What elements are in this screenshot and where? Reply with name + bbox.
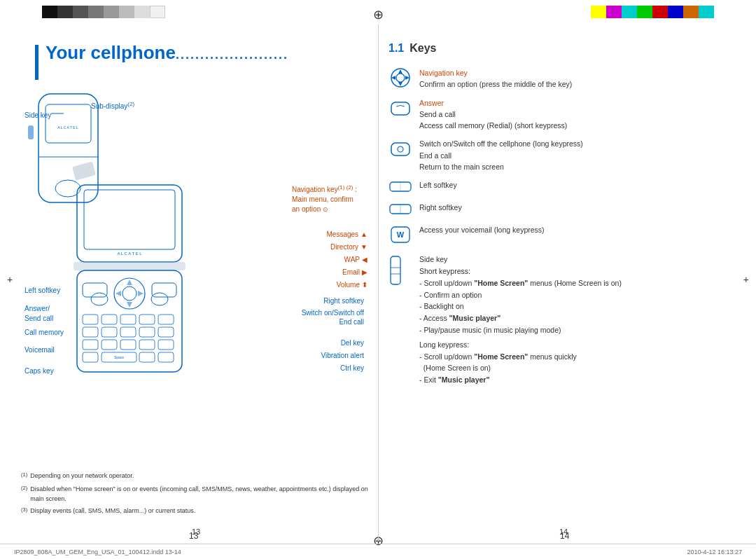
end-call-label: End call <box>339 318 364 326</box>
key-item-side: Side key Short keypress: - Scroll up/dow… <box>388 254 738 386</box>
svg-rect-25 <box>120 315 136 324</box>
pg-13: 13 <box>189 531 198 541</box>
svg-rect-9 <box>84 190 175 249</box>
svg-rect-19 <box>83 283 107 297</box>
color-block-2 <box>57 6 73 18</box>
left-softkey-desc: Left softkey <box>419 179 457 191</box>
email-label: Email ▶ <box>342 268 368 276</box>
svg-rect-29 <box>102 327 117 337</box>
pg-14: 14 <box>560 531 569 541</box>
blue-accent-bar <box>35 45 38 80</box>
svg-rect-35 <box>120 340 136 350</box>
svg-rect-24 <box>102 315 117 324</box>
svg-marker-18 <box>138 291 144 296</box>
reg-mark-top: ⊕ <box>373 7 384 22</box>
color-block-7 <box>134 6 150 18</box>
svg-rect-4 <box>28 125 34 139</box>
side-key-icon <box>388 255 412 288</box>
svg-marker-16 <box>127 302 132 308</box>
svg-rect-40 <box>139 352 155 362</box>
page-title: Your cellphone....................... <box>46 42 288 64</box>
color-block-o <box>683 6 699 18</box>
navigation-key-icon <box>388 67 412 90</box>
color-block-4 <box>88 6 104 18</box>
svg-rect-50 <box>391 143 410 156</box>
right-softkey-icon <box>388 202 412 217</box>
svg-rect-26 <box>139 315 155 324</box>
color-block-m <box>606 6 622 18</box>
svg-rect-41 <box>158 352 174 362</box>
page-divider <box>378 25 379 541</box>
vibration-label: Vibration alert <box>321 352 364 359</box>
wap-label: WAP ◀ <box>344 256 368 263</box>
color-bar-left <box>42 6 165 18</box>
volume-label: Volume ⬍ <box>337 281 368 289</box>
svg-rect-20 <box>152 283 176 297</box>
svg-rect-23 <box>83 315 98 324</box>
color-block-b <box>668 6 683 18</box>
svg-point-22 <box>151 293 168 305</box>
answer-key-icon <box>388 97 412 120</box>
bottom-bar: IP2809_808A_UM_GEM_Eng_USA_01_100412.ind… <box>0 544 756 559</box>
left-softkey-icon <box>388 179 412 195</box>
phone-open-svg: A L C A T E L <box>63 181 217 378</box>
right-softkey-desc: Right softkey <box>419 202 462 213</box>
key-item-navigation: Navigation key Confirm an option (press … <box>388 67 738 90</box>
svg-text:W: W <box>397 230 405 239</box>
svg-rect-1 <box>46 104 91 143</box>
svg-text:Space: Space <box>114 355 124 359</box>
color-block-c <box>622 6 637 18</box>
svg-rect-12 <box>77 270 182 372</box>
ctrl-key-label: Ctrl key <box>340 364 364 372</box>
svg-rect-36 <box>139 340 155 350</box>
svg-rect-27 <box>158 315 174 324</box>
svg-text:A L C A T E L: A L C A T E L <box>57 125 78 130</box>
directory-label: Directory ▼ <box>330 243 368 251</box>
messages-label: Messages ▲ <box>327 230 368 238</box>
caps-key-label: Caps key <box>24 367 54 375</box>
right-page: 1.1 Keys Navigation key Confirm an optio… <box>388 25 738 541</box>
navigation-key-desc: Navigation key Confirm an option (press … <box>419 67 572 90</box>
svg-rect-37 <box>158 340 174 350</box>
svg-rect-31 <box>139 327 155 337</box>
voicemail-label: Voicemail <box>24 346 55 354</box>
svg-rect-32 <box>158 327 174 337</box>
svg-marker-45 <box>398 69 402 74</box>
power-key-desc: Switch on/Switch off the cellphone (long… <box>419 138 583 172</box>
color-block-6 <box>119 6 134 18</box>
key-item-voicemail: W Access your voicemail (long keypress) <box>388 224 738 247</box>
key-item-answer: Answer Send a call Access call memory (R… <box>388 97 738 132</box>
footnote-3: (3) Display events (call, SMS, MMS, alar… <box>21 506 371 517</box>
svg-marker-46 <box>398 82 402 86</box>
reg-mark-right: + <box>743 274 749 285</box>
answer-key-desc: Answer Send a call Access call memory (R… <box>419 97 567 132</box>
svg-rect-11 <box>74 262 186 270</box>
color-block-r <box>652 6 668 18</box>
left-page: Your cellphone....................... A … <box>14 25 378 541</box>
footnote-2: (2) Disabled when "Home screen" is on or… <box>21 484 371 504</box>
color-block-1 <box>42 6 57 18</box>
svg-point-51 <box>398 146 403 152</box>
key-item-power: Switch on/Switch off the cellphone (long… <box>388 138 738 172</box>
phone-diagram-area: A L C A T E L Side key Sub-display(2) A … <box>21 87 378 381</box>
sub-display-label: Sub-display(2) <box>91 101 134 110</box>
keys-section-header: 1.1 Keys <box>388 42 738 55</box>
svg-rect-34 <box>102 340 117 350</box>
footnote-1: (1) Depending on your network operator. <box>21 471 371 482</box>
section-number: 1.1 <box>388 42 404 55</box>
navigation-key-label: Navigation key(1) (2) : Main menu, confi… <box>292 184 357 214</box>
page-title-section: Your cellphone....................... <box>35 42 378 80</box>
svg-marker-15 <box>127 280 132 285</box>
color-block-8 <box>150 6 165 18</box>
right-softkey-label: Right softkey <box>323 297 364 305</box>
voicemail-desc: Access your voicemail (long keypress) <box>419 224 545 235</box>
del-key-label: Del key <box>341 339 364 347</box>
color-block-g <box>637 6 652 18</box>
switch-label: Switch on/Switch off <box>302 309 364 317</box>
svg-rect-33 <box>83 340 98 350</box>
svg-rect-58 <box>391 256 400 284</box>
file-info: IP2809_808A_UM_GEM_Eng_USA_01_100412.ind… <box>14 548 181 555</box>
date-info: 2010-4-12 16:13:27 <box>687 548 742 555</box>
color-bar-right <box>591 6 714 18</box>
section-title: Keys <box>410 42 436 55</box>
